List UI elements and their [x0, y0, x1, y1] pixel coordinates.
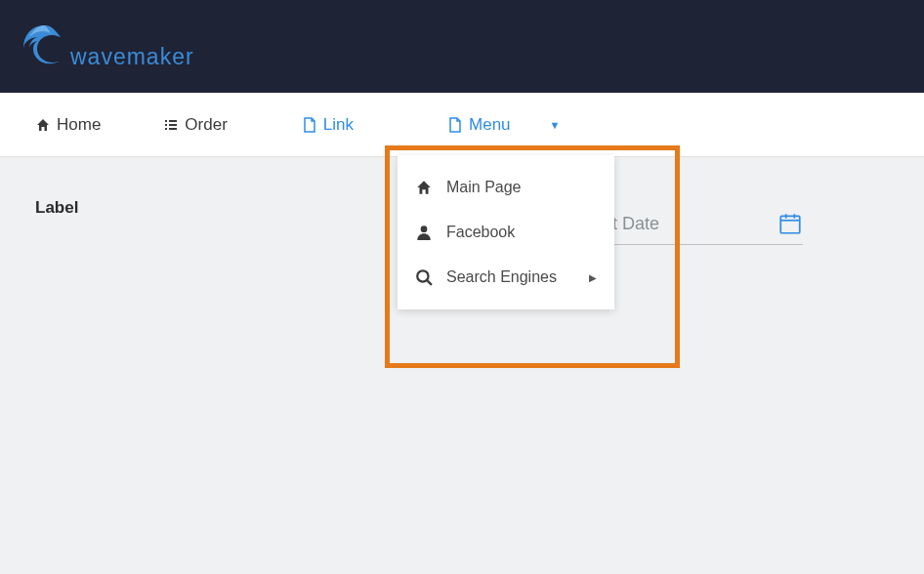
- form-label: Label: [35, 198, 78, 218]
- nav-menu-label: Menu: [469, 115, 511, 135]
- menu-dropdown: Main Page Facebook Search Engines ▶: [398, 155, 614, 309]
- svg-rect-3: [169, 124, 177, 126]
- search-icon: [415, 268, 433, 286]
- nav-bar: Home Order Link Menu ▼: [0, 93, 924, 157]
- nav-order[interactable]: Order: [146, 93, 244, 156]
- home-icon: [415, 179, 433, 196]
- nav-menu[interactable]: Menu ▼: [430, 93, 577, 156]
- app-header: wavemaker: [0, 0, 924, 93]
- svg-rect-6: [780, 216, 800, 232]
- calendar-icon: [777, 211, 803, 236]
- user-icon: [415, 224, 433, 241]
- svg-point-10: [421, 226, 428, 232]
- brand-name: wavemaker: [70, 44, 194, 70]
- nav-order-label: Order: [185, 115, 227, 135]
- menu-item-label: Search Engines: [446, 268, 557, 286]
- menu-item-main-page[interactable]: Main Page: [398, 165, 614, 210]
- svg-rect-0: [165, 120, 167, 122]
- menu-item-search-engines[interactable]: Search Engines ▶: [398, 255, 614, 300]
- wave-icon: [18, 20, 72, 74]
- svg-point-11: [417, 270, 428, 281]
- svg-rect-4: [165, 128, 167, 130]
- content-area: Label Select Date Main Page Facebook Sea…: [0, 157, 924, 235]
- brand-logo: wavemaker: [18, 20, 194, 74]
- home-icon: [35, 117, 51, 133]
- menu-item-label: Facebook: [446, 224, 515, 241]
- file-icon: [447, 117, 463, 133]
- svg-line-12: [427, 280, 432, 285]
- nav-home[interactable]: Home: [18, 93, 118, 156]
- list-icon: [163, 117, 179, 133]
- svg-rect-5: [169, 128, 177, 130]
- svg-rect-1: [169, 120, 177, 122]
- nav-link[interactable]: Link: [284, 93, 371, 156]
- svg-rect-2: [165, 124, 167, 126]
- nav-link-label: Link: [323, 115, 354, 135]
- menu-item-facebook[interactable]: Facebook: [398, 210, 614, 255]
- caret-down-icon: ▼: [550, 119, 561, 131]
- file-icon: [302, 117, 317, 133]
- menu-item-label: Main Page: [446, 179, 522, 196]
- nav-home-label: Home: [57, 115, 101, 135]
- chevron-right-icon: ▶: [589, 272, 597, 283]
